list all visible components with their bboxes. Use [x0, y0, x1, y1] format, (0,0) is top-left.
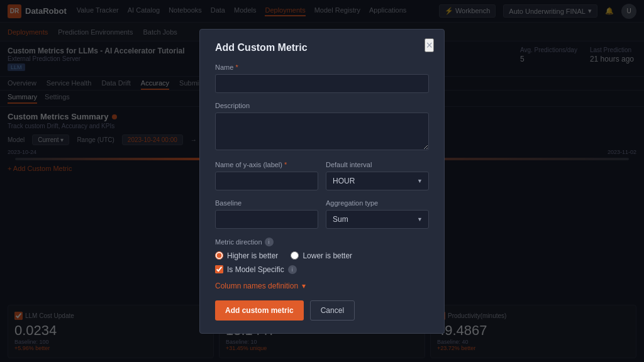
description-label: Description: [215, 102, 429, 109]
is-model-specific-label: Is Model Specific: [227, 265, 284, 274]
metric-direction-label: Metric direction i: [215, 238, 429, 246]
radio-lower-label: Lower is better: [303, 251, 352, 260]
metric-direction-radio-group: Higher is better Lower is better: [215, 251, 429, 260]
modal-close-button[interactable]: ×: [425, 38, 434, 52]
metric-direction-section: Metric direction i Higher is better Lowe…: [215, 238, 429, 274]
radio-lower-is-better[interactable]: Lower is better: [291, 251, 352, 260]
is-model-specific-group: Is Model Specific i: [215, 265, 429, 274]
modal-title: Add Custom Metric: [215, 42, 429, 53]
baseline-aggregation-row: Baseline Aggregation type Sum Average Mi…: [215, 199, 429, 229]
radio-higher-input[interactable]: [215, 251, 223, 260]
radio-lower-input[interactable]: [291, 251, 299, 260]
radio-higher-is-better[interactable]: Higher is better: [215, 251, 278, 260]
aggregation-label: Aggregation type: [326, 199, 429, 207]
column-names-toggle[interactable]: Column names definition ▾: [215, 282, 429, 290]
y-axis-group: Name of y-axis (label) *: [215, 161, 318, 190]
metric-direction-info-icon[interactable]: i: [265, 238, 274, 246]
description-textarea[interactable]: [215, 112, 429, 150]
aggregation-group: Aggregation type Sum Average Min Max: [326, 199, 429, 229]
column-names-section: Column names definition ▾: [215, 282, 429, 290]
add-custom-metric-modal: Add Custom Metric × Name * Description N…: [199, 29, 445, 334]
y-axis-label: Name of y-axis (label) *: [215, 161, 318, 168]
is-model-specific-checkbox[interactable]: [215, 265, 223, 273]
aggregation-select[interactable]: Sum Average Min Max: [326, 210, 429, 229]
add-custom-metric-button[interactable]: Add custom metric: [215, 300, 304, 321]
modal-button-row: Add custom metric Cancel: [215, 300, 429, 321]
chevron-down-icon: ▾: [302, 282, 306, 290]
radio-higher-label: Higher is better: [227, 251, 278, 260]
default-interval-select-wrapper: HOUR DAY WEEK MONTH: [326, 172, 429, 190]
cancel-button[interactable]: Cancel: [310, 300, 355, 321]
default-interval-group: Default interval HOUR DAY WEEK MONTH: [326, 161, 429, 190]
column-names-label: Column names definition: [215, 282, 298, 290]
baseline-label: Baseline: [215, 199, 318, 207]
name-input[interactable]: [215, 74, 429, 93]
name-field-group: Name *: [215, 63, 429, 93]
y-axis-interval-row: Name of y-axis (label) * Default interva…: [215, 161, 429, 190]
baseline-input[interactable]: [215, 210, 318, 229]
name-label: Name *: [215, 63, 429, 71]
default-interval-select[interactable]: HOUR DAY WEEK MONTH: [326, 172, 429, 190]
y-axis-input[interactable]: [215, 172, 318, 190]
aggregation-select-wrapper: Sum Average Min Max: [326, 210, 429, 229]
model-specific-info-icon[interactable]: i: [288, 265, 297, 274]
baseline-group: Baseline: [215, 199, 318, 229]
description-field-group: Description: [215, 102, 429, 152]
modal-overlay: Add Custom Metric × Name * Description N…: [0, 0, 644, 362]
default-interval-label: Default interval: [326, 161, 429, 168]
